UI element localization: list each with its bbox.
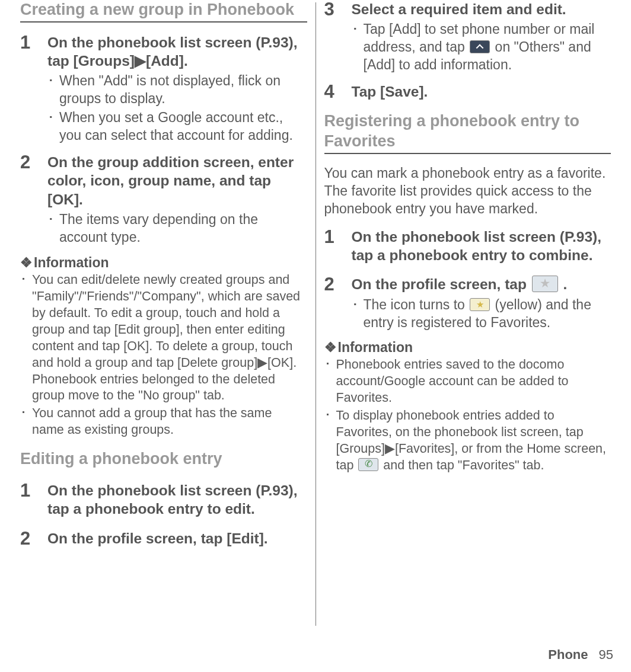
bullet-dot: ･: [47, 211, 59, 247]
bullet-item: ･ The items vary depending on the accoun…: [47, 211, 307, 247]
step-number: 4: [324, 82, 352, 103]
step-body: On the phonebook list screen (P.93), tap…: [47, 33, 307, 145]
two-column-layout: Creating a new group in Phonebook 1 On t…: [12, 0, 619, 628]
step-number: 1: [324, 228, 352, 267]
right-column: 3 Select a required item and edit. ･ Tap…: [316, 0, 620, 628]
step-number: 2: [20, 529, 47, 550]
text-part: On the profile screen, tap: [352, 276, 531, 292]
favorites-step-1: 1 On the phonebook list screen (P.93), t…: [324, 228, 611, 267]
phone-app-icon: ✆: [358, 458, 378, 471]
step-body: On the profile screen, tap ★ . ･ The ico…: [352, 275, 611, 331]
bullet-dot: ･: [47, 72, 59, 108]
information-heading: ❖Information: [20, 255, 307, 271]
bullet-text: The icon turns to ★ (yellow) and the ent…: [364, 296, 611, 332]
step-heading: On the phonebook list screen (P.93), tap…: [352, 228, 611, 265]
information-heading: ❖Information: [324, 340, 611, 356]
bullet-text: When "Add" is not displayed, flick on gr…: [59, 72, 307, 108]
star-yellow-icon: ★: [470, 298, 490, 311]
left-column: Creating a new group in Phonebook 1 On t…: [12, 0, 316, 628]
bullet-dot: ･: [352, 296, 364, 332]
step-number: 1: [20, 33, 47, 145]
edit-entry-step-1: 1 On the phonebook list screen (P.93), t…: [20, 481, 307, 521]
step-number: 2: [324, 275, 352, 331]
step-number: 1: [20, 481, 47, 521]
info-bullet: ･ Phonebook entries saved to the docomo …: [324, 357, 611, 407]
step-body: Select a required item and edit. ･ Tap […: [352, 0, 611, 74]
edit-entry-step-4: 4 Tap [Save].: [324, 82, 611, 103]
information-label: Information: [338, 340, 413, 355]
step-body: Tap [Save].: [352, 82, 611, 103]
info-text: To display phonebook entries added to Fa…: [336, 408, 611, 474]
favorites-step-2: 2 On the profile screen, tap ★ . ･ The i…: [324, 275, 611, 331]
step-heading: Select a required item and edit.: [352, 0, 611, 18]
section-title-create-group: Creating a new group in Phonebook: [20, 0, 307, 23]
bullet-dot: ･: [20, 405, 32, 439]
step-body: On the profile screen, tap [Edit].: [47, 529, 307, 550]
info-text: You cannot add a group that has the same…: [32, 405, 307, 439]
step-number: 3: [324, 0, 352, 74]
step-body: On the phonebook list screen (P.93), tap…: [352, 228, 611, 267]
step-number: 2: [20, 153, 47, 247]
create-group-step-1: 1 On the phonebook list screen (P.93), t…: [20, 33, 307, 145]
expand-icon: [470, 40, 490, 53]
step-heading: On the phonebook list screen (P.93), tap…: [47, 481, 307, 519]
edit-entry-step-3: 3 Select a required item and edit. ･ Tap…: [324, 0, 611, 74]
bullet-text: The items vary depending on the account …: [59, 211, 307, 247]
step-heading: On the group addition screen, enter colo…: [47, 153, 307, 209]
info-bullet: ･ To display phonebook entries added to …: [324, 408, 611, 474]
bullet-text: When you set a Google account etc., you …: [59, 109, 307, 145]
bullet-dot: ･: [324, 357, 336, 407]
info-bullet: ･ You cannot add a group that has the sa…: [20, 405, 307, 439]
section-title-edit-entry: Editing a phonebook entry: [20, 449, 307, 471]
text-part: .: [559, 276, 568, 292]
diamond-icon: ❖: [324, 340, 337, 355]
step-heading: Tap [Save].: [352, 82, 611, 101]
information-label: Information: [34, 255, 109, 270]
create-group-step-2: 2 On the group addition screen, enter co…: [20, 153, 307, 247]
diamond-icon: ❖: [20, 255, 33, 270]
step-heading: On the phonebook list screen (P.93), tap…: [47, 33, 307, 71]
bullet-dot: ･: [324, 408, 336, 474]
step-body: On the group addition screen, enter colo…: [47, 153, 307, 247]
text-part: The icon turns to: [364, 297, 469, 312]
favorites-intro: You can mark a phonebook entry as a favo…: [324, 165, 611, 218]
info-text: You can edit/delete newly created groups…: [32, 272, 307, 405]
bullet-text: Tap [Add] to set phone number or mail ad…: [364, 21, 611, 74]
info-bullet: ･ You can edit/delete newly created grou…: [20, 272, 307, 405]
bullet-item: ･ When "Add" is not displayed, flick on …: [47, 72, 307, 108]
bullet-item: ･ Tap [Add] to set phone number or mail …: [352, 21, 611, 74]
step-heading: On the profile screen, tap ★ .: [352, 275, 611, 293]
bullet-dot: ･: [47, 109, 59, 145]
bullet-item: ･ When you set a Google account etc., yo…: [47, 109, 307, 145]
section-title-favorites: Registering a phonebook entry to Favorit…: [324, 111, 611, 154]
edit-entry-step-2: 2 On the profile screen, tap [Edit].: [20, 529, 307, 550]
step-heading: On the profile screen, tap [Edit].: [47, 529, 307, 548]
bullet-dot: ･: [20, 272, 32, 405]
footer-section-label: Phone: [548, 647, 588, 662]
info-text: Phonebook entries saved to the docomo ac…: [336, 357, 611, 407]
step-body: On the phonebook list screen (P.93), tap…: [47, 481, 307, 521]
star-outline-icon: ★: [532, 276, 558, 292]
bullet-item: ･ The icon turns to ★ (yellow) and the e…: [352, 296, 611, 332]
page-footer: Phone95: [548, 647, 613, 663]
bullet-dot: ･: [352, 21, 364, 74]
page-number: 95: [599, 647, 613, 662]
text-part: and then tap "Favorites" tab.: [380, 458, 544, 472]
